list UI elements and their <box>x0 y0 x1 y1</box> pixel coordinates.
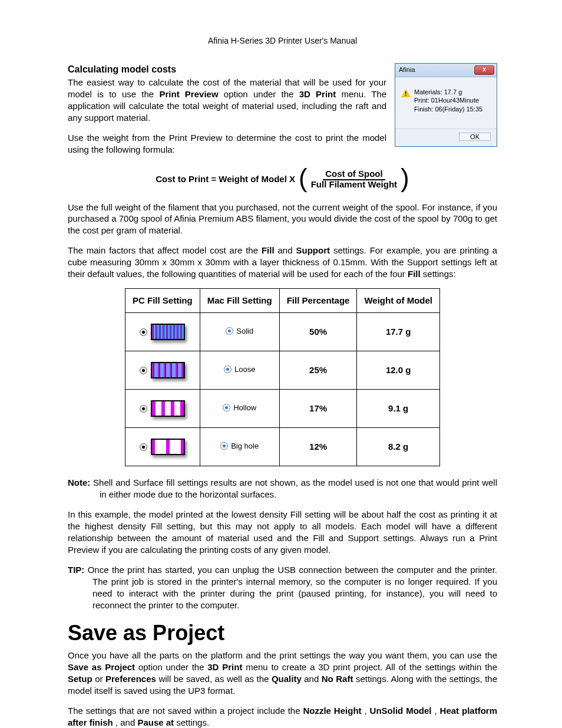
text: settings: <box>423 269 456 279</box>
table-row: Hollow 17% 9.1 g <box>125 390 440 428</box>
pc-fill-swatch <box>140 362 185 378</box>
text: Solid <box>236 326 253 336</box>
radio-icon <box>220 442 228 450</box>
mac-fill-option: Solid <box>226 326 253 336</box>
pc-fill-swatch <box>140 324 185 340</box>
dialog-line: Finish: 06(Friday) 15:35 <box>414 105 482 114</box>
paragraph: The main factors that affect model cost … <box>68 245 497 280</box>
paragraph: Use the full weight of the filament that… <box>68 202 497 237</box>
radio-icon <box>140 367 147 374</box>
tip-label: TIP: <box>68 565 84 575</box>
dialog-line: Materials: 17.7 g <box>414 88 482 97</box>
text-bold: Pause at <box>137 717 174 727</box>
text: option under the <box>224 89 299 99</box>
text: , <box>434 706 439 716</box>
print-preview-dialog: Afinia x Materials: 17.7 g Print: 01Hour… <box>395 63 497 147</box>
weight: 12.0 g <box>386 365 411 375</box>
fill-pct: 17% <box>309 403 327 413</box>
warning-icon <box>401 89 411 97</box>
fill-settings-table: PC Fill Setting Mac Fill Setting Fill Pe… <box>125 288 440 466</box>
text-bold: Nozzle Height <box>303 706 361 716</box>
text: settings. <box>176 717 209 727</box>
text-bold: 3D Print <box>299 89 336 99</box>
fill-pct: 12% <box>309 442 327 452</box>
text-bold: Support <box>296 245 330 255</box>
table-row: Loose 25% 12.0 g <box>125 351 440 390</box>
mac-fill-option: Loose <box>224 364 255 374</box>
dialog-body: Materials: 17.7 g Print: 01Hour43Minute … <box>395 77 497 129</box>
text: and <box>304 674 322 684</box>
radio-icon <box>224 365 232 373</box>
text-bold: Fill <box>262 245 275 255</box>
ok-button[interactable]: OK <box>459 133 491 141</box>
text: , <box>364 706 369 716</box>
text-bold: Quality <box>272 674 302 684</box>
text: will be saved, as well as the <box>158 674 272 684</box>
dialog-message: Materials: 17.7 g Print: 01Hour43Minute … <box>414 88 482 114</box>
fill-pattern-icon <box>151 324 185 340</box>
text: Once you have all the parts on the platf… <box>68 650 497 660</box>
col-weight: Weight of Model <box>357 289 440 313</box>
dialog-title-text: Afinia <box>399 65 415 74</box>
radio-icon <box>223 404 230 411</box>
dialog-titlebar: Afinia x <box>395 64 497 77</box>
table-row: Big hole 12% 8.2 g <box>125 428 440 466</box>
mac-fill-option: Big hole <box>220 441 259 451</box>
radio-icon <box>140 328 147 336</box>
text-bold: UnSolid Model <box>370 706 432 716</box>
fill-pattern-icon <box>151 400 185 417</box>
tip-paragraph: TIP: Once the print has started, you can… <box>68 564 497 611</box>
page-header: Afinia H-Series 3D Printer User's Manual <box>68 35 497 47</box>
text-bold: Preferences <box>105 674 156 684</box>
text: Loose <box>234 364 255 374</box>
paragraph: The settings that are not saved within a… <box>68 705 497 728</box>
dialog-line: Print: 01Hour43Minute <box>414 96 482 105</box>
radio-icon <box>140 405 147 413</box>
text: and <box>278 245 296 255</box>
text-bold: Save as Project <box>68 662 135 672</box>
text-bold: Fill <box>408 269 421 279</box>
weight: 8.2 g <box>388 442 408 452</box>
table-header-row: PC Fill Setting Mac Fill Setting Fill Pe… <box>125 289 440 313</box>
fill-pct: 50% <box>309 327 327 337</box>
mac-fill-option: Hollow <box>223 403 256 413</box>
fill-pattern-icon <box>151 362 185 378</box>
text: Shell and Surface fill settings results … <box>90 477 497 499</box>
table-row: Solid 50% 17.7 g <box>125 313 440 351</box>
paragraph: In this example, the model printed at th… <box>68 509 497 556</box>
weight: 17.7 g <box>386 327 411 337</box>
text: Once the print has started, you can unpl… <box>84 565 497 610</box>
pc-fill-swatch <box>140 439 185 455</box>
col-mac-fill: Mac Fill Setting <box>200 289 279 313</box>
formula-left: Cost to Print = Weight of Model X <box>156 173 295 185</box>
note-label: Note: <box>68 477 90 487</box>
fill-pattern-icon <box>151 439 185 455</box>
text: Big hole <box>231 441 259 451</box>
section-heading-save-project: Save as Project <box>68 619 497 647</box>
text-bold: Print Preview <box>159 89 218 99</box>
col-fill-pct: Fill Percentage <box>279 289 357 313</box>
paragraph: Once you have all the parts on the platf… <box>68 650 497 697</box>
text: The main factors that affect model cost … <box>68 245 262 255</box>
close-icon[interactable]: x <box>474 65 494 75</box>
text: The settings that are not saved within a… <box>68 706 303 716</box>
text: option under the <box>138 662 207 672</box>
dialog-footer: OK <box>395 129 497 146</box>
pc-fill-swatch <box>140 400 185 417</box>
fill-pct: 25% <box>309 365 327 375</box>
text-bold: 3D Print <box>207 662 242 672</box>
text: or <box>95 674 105 684</box>
text: Hollow <box>233 403 256 413</box>
col-pc-fill: PC Fill Setting <box>125 289 200 313</box>
note-paragraph: Note: Shell and Surface fill settings re… <box>68 477 497 500</box>
formula-denominator: Full Filament Weight <box>311 179 397 189</box>
cost-formula: Cost to Print = Weight of Model X ( Cost… <box>68 167 497 191</box>
radio-icon <box>140 443 147 451</box>
text-bold: No Raft <box>322 674 353 684</box>
formula-fraction: Cost of Spool Full Filament Weight <box>311 169 397 189</box>
text: menu to create a 3D print project. All o… <box>246 662 497 672</box>
text: , and <box>115 717 138 727</box>
radio-icon <box>226 327 233 335</box>
weight: 9.1 g <box>388 403 408 413</box>
paren-open-icon: ( <box>299 166 308 190</box>
